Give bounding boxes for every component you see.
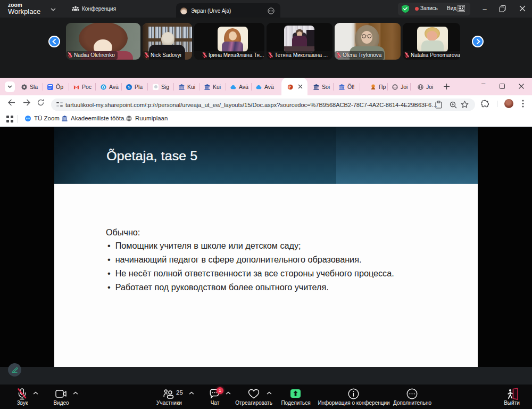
- svg-text:P: P: [289, 85, 292, 88]
